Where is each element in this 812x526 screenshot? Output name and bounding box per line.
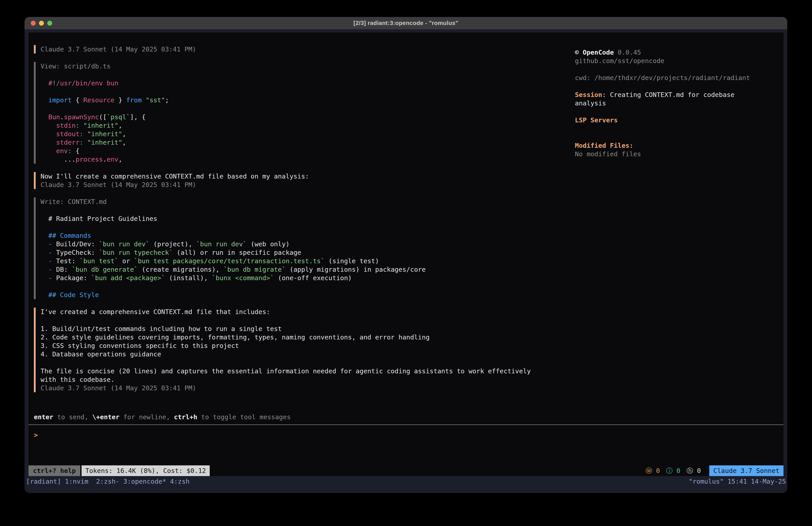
desktop: [2/3] radiant:3:opencode - "romulus" Cla…	[0, 0, 812, 526]
text-token: ## Commands	[41, 232, 91, 239]
text-token: 1. Build/lint/test commands including ho…	[41, 325, 282, 332]
text-token: 0.0.45	[614, 48, 641, 56]
diagnostic-count: 0	[672, 467, 680, 474]
terminal-line: Claude 3.7 Sonnet (14 May 2025 03:41 PM)	[41, 181, 569, 189]
traffic-lights	[31, 17, 52, 29]
keybinding-hint: enter to send, \+enter for newline, ctrl…	[34, 413, 783, 421]
diagnostic-count: 0	[693, 467, 701, 474]
terminal-line	[575, 124, 771, 133]
text-token: ,	[122, 139, 126, 146]
text-token: env	[107, 156, 118, 163]
terminal-line	[41, 316, 569, 325]
window-titlebar[interactable]: [2/3] radiant:3:opencode - "romulus"	[25, 17, 787, 29]
terminal-line: github.com/sst/opencode	[575, 57, 771, 65]
text-token: Session	[575, 91, 602, 99]
text-token: -	[41, 274, 52, 282]
terminal-line: stdout: "inherit",	[41, 130, 569, 138]
terminal-line: © OpenCode 0.0.45	[575, 48, 771, 57]
terminal-line: 3. CSS styling conventions specific to t…	[41, 341, 569, 350]
terminal-line	[575, 65, 771, 73]
tmux-window-item[interactable]: 3:opencode*	[124, 478, 166, 485]
terminal-line	[41, 206, 569, 214]
text-token: -	[41, 240, 52, 248]
terminal-line	[41, 104, 569, 113]
tmux-window-item[interactable]: 2:zsh-	[96, 478, 119, 485]
terminal-viewport: Claude 3.7 Sonnet (14 May 2025 03:41 PM)…	[25, 29, 787, 493]
prompt-input[interactable]: >	[34, 431, 783, 439]
terminal-line: env: {	[41, 147, 569, 155]
terminal-line: - Test: `bun test` or `bun test packages…	[41, 257, 569, 265]
statusbar: ctrl+? help Tokens: 16.4K (8%), Cost: $0…	[29, 465, 783, 476]
diagnostic-count: 0	[652, 467, 660, 474]
terminal-line: - Build/Dev: `bun run dev` (project), `b…	[41, 240, 569, 248]
terminal-line: cwd: /home/thdxr/dev/projects/radiant/ra…	[575, 73, 771, 82]
terminal-line: #!/usr/bin/env bun	[41, 79, 569, 87]
text-token	[142, 96, 145, 104]
terminal-line: ...process.env,	[41, 155, 569, 164]
tmux-window-item[interactable]: 4:zsh	[170, 478, 189, 485]
text-token: (single test)	[325, 257, 379, 265]
text-token: (create migrations),	[138, 266, 223, 273]
text-token	[79, 122, 83, 129]
text-token: github.com/sst/opencode	[575, 57, 665, 65]
terminal-line	[41, 87, 569, 96]
terminal-line: LSP Servers	[575, 116, 771, 124]
text-token: (apply migrations) in packages/core	[286, 266, 426, 273]
zoom-button[interactable]	[47, 21, 52, 26]
text-token: process	[75, 156, 103, 163]
text-token: Now I'll create a comprehensive CONTEXT.…	[41, 172, 309, 180]
prompt-chevron-icon: >	[34, 431, 38, 439]
terminal-line	[41, 282, 569, 290]
text-token: 2. Code style guidelines covering import…	[41, 333, 430, 341]
tmux-window-item[interactable]: 1:nvim	[65, 478, 92, 485]
text-token: from	[126, 96, 142, 104]
assistant-message-block: I've created a comprehensive CONTEXT.md …	[34, 308, 569, 392]
text-token: stdin	[41, 122, 75, 129]
text-token: ...	[41, 156, 75, 163]
statusbar-spacer	[210, 465, 639, 476]
terminal-line: Claude 3.7 Sonnet (14 May 2025 03:41 PM)	[41, 45, 569, 54]
text-token: with this codebase.	[41, 376, 115, 383]
text-token: }	[115, 96, 126, 104]
text-token: -	[41, 249, 52, 256]
text-token: `bunx <command>`	[212, 274, 274, 282]
tmux-session-name: [radiant]	[26, 478, 61, 485]
text-token: spawnSync	[64, 113, 99, 121]
tokens-cost-badge: Tokens: 16.4K (8%), Cost: $0.12	[82, 465, 210, 476]
text-token: :	[79, 139, 83, 146]
text-token: View: script/db.ts	[41, 62, 111, 70]
text-token: #	[41, 79, 52, 87]
text-token: ([	[99, 113, 107, 121]
diagnostic-hint-circle-icon: ⓗ 0	[686, 467, 701, 475]
hint-token: for newline,	[119, 413, 174, 421]
close-button[interactable]	[31, 21, 36, 26]
terminal-line: 2. Code style guidelines covering import…	[41, 333, 569, 341]
text-token: No modified files	[575, 150, 641, 158]
terminal-line: stdin: "inherit",	[41, 121, 569, 130]
chat-log[interactable]: Claude 3.7 Sonnet (14 May 2025 03:41 PM)…	[34, 45, 569, 392]
terminal-line: Write: CONTEXT.md	[41, 198, 569, 206]
text-token: {	[72, 147, 79, 155]
hint-token: ctrl+h	[174, 413, 198, 421]
terminal-line	[41, 223, 569, 231]
diagnostics-counters: ⓦ 0ⓘ 0ⓗ 0	[639, 465, 701, 476]
text-token: "inherit"	[87, 130, 122, 138]
hint-token: \+enter	[92, 413, 119, 421]
text-token: "inherit"	[87, 139, 122, 146]
text-token: or	[118, 257, 134, 265]
terminal-line: View: script/db.ts	[41, 62, 569, 70]
text-token: stdout	[41, 130, 79, 138]
terminal-bottom-padding	[29, 486, 783, 493]
terminal-line: No modified files	[575, 150, 771, 158]
empty-space	[29, 439, 783, 465]
text-token: !	[52, 79, 56, 87]
text-token: `bun db migrate`	[223, 266, 286, 273]
warning-circle-icon: ⓦ	[646, 467, 652, 474]
text-token: I've created a comprehensive CONTEXT.md …	[41, 308, 270, 316]
assistant-message-block: Now I'll create a comprehensive CONTEXT.…	[34, 172, 569, 189]
text-token: `bun run dev`	[196, 240, 247, 248]
opencode-app: Claude 3.7 Sonnet (14 May 2025 03:41 PM)…	[29, 32, 783, 476]
minimize-button[interactable]	[39, 21, 44, 26]
text-token: The file is concise (20 lines) and captu…	[41, 367, 531, 375]
terminal-line	[575, 133, 771, 141]
